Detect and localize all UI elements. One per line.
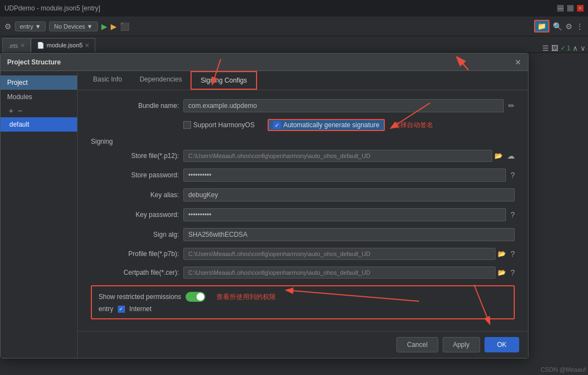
tab-bar: .ets ✕ 📄 module.json5 ✕ ☰ 🖼 ✓ 1 ∧ ∨: [0, 36, 588, 53]
sign-alg-label: Sign alg:: [91, 231, 179, 238]
restricted-permissions-section: Show restricted permissions 查看所使用到的权限 en…: [91, 285, 515, 319]
left-nav-project[interactable]: Project: [1, 75, 77, 90]
arrow-up[interactable]: ∧: [573, 44, 578, 52]
sign-alg-row: Sign alg:: [91, 228, 515, 241]
add-remove-buttons: + −: [1, 104, 77, 117]
entry-label: entry: [20, 23, 33, 30]
bundle-name-edit-icon[interactable]: ✏: [508, 101, 515, 110]
key-password-label: Key password:: [91, 211, 179, 219]
profile-file-help-icon[interactable]: ?: [510, 249, 515, 258]
more-icon[interactable]: ⋮: [576, 22, 584, 31]
tab-right-controls: ☰ 🖼 ✓ 1 ∧ ∨: [542, 44, 586, 52]
list-icon[interactable]: ☰: [542, 44, 549, 52]
store-password-label: Store password:: [91, 171, 179, 179]
key-alias-label: Key alias:: [91, 191, 179, 199]
bundle-name-row: Bundle name: ✏: [91, 99, 515, 112]
window-controls: — □ ✕: [557, 5, 584, 12]
store-file-row: Store file(*.p12): 📂 ☁: [91, 150, 515, 162]
store-file-label: Store file(*.p12):: [91, 152, 179, 160]
profile-file-folder-icon[interactable]: 📂: [498, 250, 506, 258]
key-alias-input[interactable]: [183, 188, 515, 202]
profile-file-input[interactable]: [183, 248, 496, 260]
left-panel: Project Modules + − default: [1, 71, 78, 358]
signing-section-title: Signing: [91, 138, 515, 145]
left-nav-modules[interactable]: Modules: [1, 90, 77, 104]
ok-button[interactable]: OK: [484, 337, 519, 352]
certpath-file-wrapper: 📂: [183, 267, 506, 279]
auto-sign-checkbox-group: ✓ Automatically generate signature: [268, 119, 385, 131]
checkbox-row: Support HarmonyOS ✓ Automatically genera…: [183, 119, 515, 131]
search-icon[interactable]: 🔍: [553, 22, 562, 31]
certpath-file-folder-icon[interactable]: 📂: [498, 269, 506, 276]
bundle-name-label: Bundle name:: [91, 102, 179, 110]
apply-button[interactable]: Apply: [443, 337, 480, 352]
project-structure-icon[interactable]: 📁: [534, 20, 549, 32]
entry-dropdown-arrow: ▼: [35, 23, 41, 30]
main-area: Project Structure ✕ Project Modules + − …: [0, 53, 588, 375]
tab-module-close[interactable]: ✕: [85, 42, 89, 48]
restrict-annotation: 查看所使用到的权限: [216, 292, 276, 302]
auto-sign-annotation: 选择自动签名: [394, 121, 433, 130]
tab-signing-configs[interactable]: Signing Configs: [190, 71, 257, 90]
support-harmonyos-label: Support HarmonyOS: [193, 121, 254, 129]
restricted-toggle[interactable]: [186, 292, 205, 302]
stop-icon[interactable]: ⬛: [120, 22, 129, 31]
store-password-help-icon[interactable]: ?: [510, 171, 515, 180]
key-alias-row: Key alias:: [91, 188, 515, 202]
gear-icon[interactable]: ⚙: [565, 22, 573, 31]
debug-button[interactable]: ▶: [111, 22, 117, 31]
store-file-input[interactable]: [183, 150, 492, 162]
maximize-button[interactable]: □: [567, 5, 574, 12]
store-file-folder-icon[interactable]: 📂: [494, 152, 503, 160]
profile-file-label: Profile file(*.p7b):: [91, 250, 179, 258]
profile-file-wrapper: 📂: [183, 248, 506, 260]
check-count: ✓ 1: [560, 45, 570, 52]
tab-ets-close[interactable]: ✕: [20, 42, 25, 48]
no-devices-arrow: ▼: [87, 23, 93, 30]
store-password-input[interactable]: [183, 169, 506, 182]
dialog-title: Project Structure: [7, 58, 515, 66]
certpath-file-help-icon[interactable]: ?: [510, 268, 515, 277]
show-restricted-label: Show restricted permissions: [99, 293, 181, 301]
arrow-down[interactable]: ∨: [580, 44, 586, 52]
toolbar: ⚙ entry ▼ Cancel No Devices ▼ ▶ ▶ ⬛ 📁 🔍 …: [0, 17, 588, 36]
internet-checkbox[interactable]: ✓: [118, 306, 125, 313]
tab-module-json5[interactable]: 📄 module.json5 ✕: [31, 38, 95, 52]
store-file-fingerprint-icon[interactable]: ☁: [507, 151, 515, 160]
dialog-close-button[interactable]: ✕: [515, 58, 521, 67]
run-button[interactable]: ▶: [101, 22, 107, 31]
preview-icon[interactable]: 🖼: [551, 44, 558, 52]
profile-file-row: Profile file(*.p7b): 📂 ?: [91, 248, 515, 260]
tab-json-icon: 📄: [37, 42, 45, 49]
auto-sign-checkbox[interactable]: ✓: [273, 121, 281, 129]
dialog-title-bar: Project Structure ✕: [1, 53, 528, 71]
certpath-file-row: Certpath file(*.cer): 📂 ?: [91, 267, 515, 279]
key-password-help-icon[interactable]: ?: [510, 210, 515, 219]
minimize-button[interactable]: —: [557, 5, 564, 12]
auto-sign-label: Automatically generate signature: [283, 121, 379, 129]
permission-row: entry ✓ Internet: [99, 305, 507, 313]
remove-button[interactable]: −: [16, 106, 24, 115]
sign-alg-input[interactable]: [183, 228, 515, 241]
right-panel: Basic Info Dependencies Signing Configs: [78, 71, 528, 358]
no-devices-button[interactable]: Cancel No Devices ▼: [49, 21, 97, 31]
settings-icon[interactable]: ⚙: [4, 22, 12, 31]
certpath-file-input[interactable]: [183, 267, 496, 279]
key-password-row: Key password: ?: [91, 208, 515, 221]
tab-basic-info[interactable]: Basic Info: [84, 71, 131, 90]
entry-dropdown[interactable]: entry ▼: [15, 21, 46, 31]
tab-ets[interactable]: .ets ✕: [2, 38, 31, 52]
tab-module-label: module.json5: [47, 42, 83, 48]
add-button[interactable]: +: [7, 106, 15, 115]
close-button[interactable]: ✕: [577, 5, 584, 12]
bundle-name-input[interactable]: [183, 99, 504, 112]
tab-dependencies[interactable]: Dependencies: [131, 71, 191, 90]
entry-label: entry: [99, 305, 113, 313]
dialog-area: Project Structure ✕ Project Modules + − …: [0, 53, 588, 375]
left-sub-default[interactable]: default: [1, 117, 77, 132]
cancel-button[interactable]: Cancel: [396, 337, 438, 352]
support-harmonyos-checkbox[interactable]: [183, 121, 191, 129]
key-password-input[interactable]: [183, 208, 506, 221]
dialog-content: Project Modules + − default Basic Info: [1, 71, 528, 358]
store-password-row: Store password: ?: [91, 169, 515, 182]
